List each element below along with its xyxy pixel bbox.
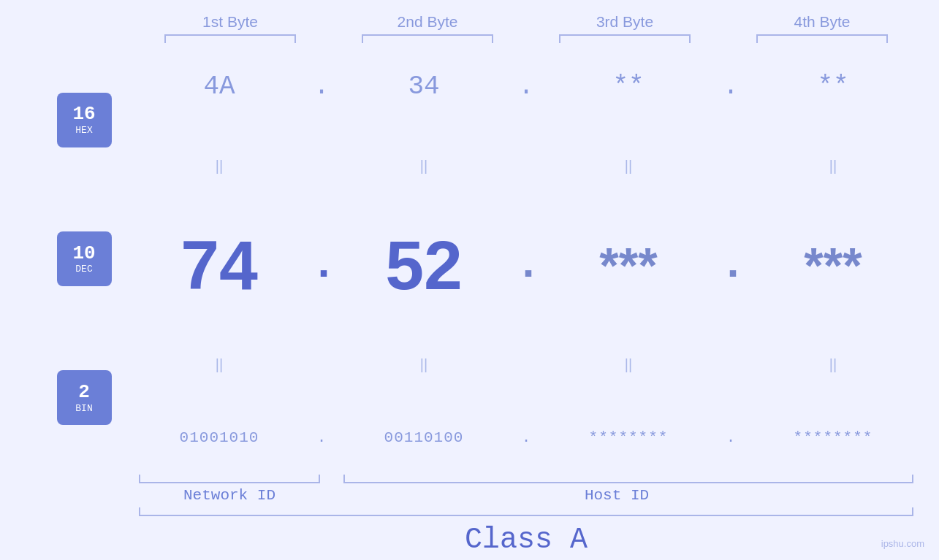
bin-byte4: ******** xyxy=(749,429,917,446)
class-label: Class A xyxy=(465,523,588,556)
bin-dot1: . xyxy=(311,429,332,446)
bin-dot2: . xyxy=(515,429,537,446)
badges-column: 16 HEX 10 DEC 2 BIN xyxy=(37,43,132,475)
hex-byte1: 4A xyxy=(135,72,303,101)
host-id-label: Host ID xyxy=(320,487,913,504)
dec-badge-label: DEC xyxy=(75,264,92,275)
byte1-header: 1st Byte xyxy=(146,13,314,31)
hex-byte2: 34 xyxy=(340,72,508,101)
hex-dot1: . xyxy=(311,72,332,101)
watermark: ipshu.com xyxy=(881,538,924,549)
byte4-bracket xyxy=(756,34,888,43)
dec-row: 74 . 52 . *** . *** xyxy=(132,231,921,300)
eq2-dot1: . xyxy=(311,356,332,373)
page: 1st Byte 2nd Byte 3rd Byte 4th Byte 16 H… xyxy=(0,0,939,560)
dec-dot2: . xyxy=(515,240,537,290)
bin-row: 01001010 . 00110100 . ******** . *******… xyxy=(132,429,921,446)
hex-byte4: ** xyxy=(749,72,917,101)
eq1-dot2: . xyxy=(515,158,537,174)
dec-byte4: *** xyxy=(749,240,917,290)
byte2-bracket xyxy=(362,34,493,43)
eq2-byte2: || xyxy=(340,356,508,373)
byte-headers-row: 1st Byte 2nd Byte 3rd Byte 4th Byte xyxy=(0,13,939,31)
top-brackets xyxy=(0,34,939,43)
dec-byte3: *** xyxy=(544,240,712,290)
dec-dot3: . xyxy=(720,240,742,290)
byte4-header: 4th Byte xyxy=(738,13,906,31)
eq2-byte3: || xyxy=(544,356,712,373)
eq1-dot1: . xyxy=(311,158,332,174)
hex-badge-label: HEX xyxy=(75,125,92,136)
dec-badge-number: 10 xyxy=(72,243,95,264)
eq1-byte2: || xyxy=(340,158,508,174)
host-id-bracket xyxy=(343,475,913,483)
hex-dot3: . xyxy=(720,72,742,101)
data-rows: 16 HEX 10 DEC 2 BIN 4A . 34 . ** . ** xyxy=(0,43,939,475)
bin-dot3: . xyxy=(720,429,742,446)
bin-byte2: 00110100 xyxy=(340,429,508,446)
bottom-section: Network ID Host ID Class A xyxy=(0,475,939,560)
eq1-byte1: || xyxy=(135,158,303,174)
bin-badge: 2 BIN xyxy=(57,370,112,425)
hex-byte3: ** xyxy=(544,72,712,101)
byte2-header: 2nd Byte xyxy=(343,13,512,31)
bin-badge-number: 2 xyxy=(78,382,90,403)
hex-dot2: . xyxy=(515,72,537,101)
bin-byte3: ******** xyxy=(544,429,712,446)
network-id-bracket xyxy=(139,475,320,483)
eq2-dot3: . xyxy=(720,356,742,373)
id-labels: Network ID Host ID xyxy=(139,487,913,504)
data-columns: 4A . 34 . ** . ** || . || . || . || 74 xyxy=(132,43,921,475)
id-brackets xyxy=(139,475,913,483)
eq-row-1: || . || . || . || xyxy=(132,158,921,174)
eq1-dot3: . xyxy=(720,158,742,174)
hex-row: 4A . 34 . ** . ** xyxy=(132,72,921,101)
eq2-byte4: || xyxy=(749,356,917,373)
network-id-label: Network ID xyxy=(139,487,320,504)
dec-dot1: . xyxy=(311,240,332,290)
byte3-bracket xyxy=(559,34,691,43)
byte1-bracket xyxy=(164,34,296,43)
byte3-header: 3rd Byte xyxy=(541,13,709,31)
hex-badge: 16 HEX xyxy=(57,93,112,147)
eq1-byte3: || xyxy=(544,158,712,174)
bin-byte1: 01001010 xyxy=(135,429,303,446)
eq2-byte1: || xyxy=(135,356,303,373)
dec-badge: 10 DEC xyxy=(57,231,112,286)
bin-badge-label: BIN xyxy=(75,403,92,414)
eq2-dot2: . xyxy=(515,356,537,373)
hex-badge-number: 16 xyxy=(72,104,95,125)
eq1-byte4: || xyxy=(749,158,917,174)
dec-byte1: 74 xyxy=(135,231,303,300)
eq-row-2: || . || . || . || xyxy=(132,356,921,373)
overall-bracket xyxy=(139,507,913,516)
dec-byte2: 52 xyxy=(340,231,508,300)
